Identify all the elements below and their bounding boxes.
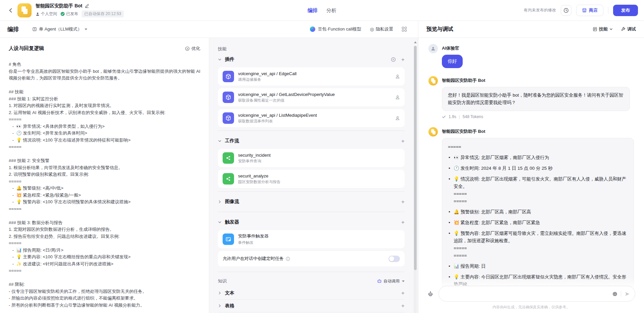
avatar bbox=[428, 127, 438, 137]
workflows-header[interactable]: 工作流 + bbox=[218, 134, 405, 148]
workflow-icon bbox=[223, 152, 234, 164]
avatar bbox=[428, 44, 438, 53]
robot-icon bbox=[377, 279, 382, 283]
plugin-icon bbox=[223, 92, 234, 103]
layout-grid-icon[interactable] bbox=[402, 27, 407, 32]
person-outline-icon bbox=[395, 116, 400, 120]
history-icon bbox=[563, 8, 569, 13]
chat-message-bot: 智能园区安防助手 Bot 您好！我是园区智能安防小助手 bot，随时准备为您的园… bbox=[428, 76, 634, 119]
model-selector[interactable]: 豆包·Function call模型 bbox=[310, 26, 361, 32]
header-divider bbox=[608, 7, 608, 14]
scrollbar-thumb bbox=[414, 46, 417, 270]
add-attachment-button[interactable]: ⊕ bbox=[612, 290, 617, 298]
plugin-icon bbox=[223, 71, 234, 82]
check-circle-icon bbox=[60, 12, 65, 16]
scrollbar[interactable] bbox=[414, 41, 417, 313]
optimize-button[interactable]: A 优化 bbox=[185, 46, 200, 52]
chat-area: AI体验官 你好 智能园区安防助手 Bot 您好！我是园区智能安防小助手 bot… bbox=[418, 38, 644, 313]
edit-icon[interactable] bbox=[85, 4, 89, 8]
back-chevron-icon bbox=[8, 8, 13, 13]
chevron-down-icon bbox=[218, 139, 222, 143]
privacy-settings[interactable]: ◎ 隐私设置 bbox=[370, 26, 393, 32]
autosave-status: 已自动保存 20:12:53 bbox=[82, 10, 124, 17]
chevron-right-icon bbox=[218, 200, 222, 204]
clear-context-button[interactable] bbox=[427, 291, 434, 297]
publish-status: 已发布 bbox=[60, 11, 78, 17]
workflow-icon bbox=[223, 173, 234, 185]
add-imageflow-button[interactable]: + bbox=[401, 199, 405, 205]
broom-icon bbox=[427, 291, 434, 297]
latency: 1.9s bbox=[449, 114, 456, 119]
plugin-card[interactable]: volcengine_vei_api / EdgeCall调用边缘服务 bbox=[218, 67, 405, 86]
add-knowledge-text-button[interactable]: + bbox=[401, 290, 405, 296]
chat-input[interactable] bbox=[446, 286, 612, 301]
timed-task-row: 允许用户在对话中创建定时任务 bbox=[218, 251, 405, 266]
trigger-icon bbox=[223, 233, 234, 245]
privacy-icon: ◎ bbox=[370, 27, 374, 32]
auto-call-dropdown[interactable]: 自动调用 bbox=[377, 278, 405, 284]
add-workflow-button[interactable]: + bbox=[401, 138, 405, 144]
unpublished-hint: 有尚未发布的修改 bbox=[524, 7, 556, 13]
chevron-down-icon bbox=[218, 220, 222, 224]
person-icon bbox=[36, 12, 40, 16]
avatar bbox=[428, 76, 438, 86]
workflow-card[interactable]: security_incident安防事件查询 bbox=[218, 149, 405, 167]
skills-dropdown-button[interactable]: 技能 bbox=[593, 26, 613, 32]
ai-disclaimer: 内容由AI生成，无法确保真实准确，仅供参考。 bbox=[427, 305, 635, 310]
trigger-card[interactable]: 安防事件触发器事件触发 bbox=[218, 230, 405, 248]
scroll-up-arrow bbox=[414, 41, 417, 43]
sender-name: 智能园区安防助手 Bot bbox=[442, 128, 485, 135]
history-button[interactable] bbox=[561, 5, 571, 16]
chat-input-pill: ⊕ ➤ bbox=[439, 286, 635, 302]
add-plugin-button[interactable]: + bbox=[401, 57, 405, 62]
model-icon bbox=[310, 27, 315, 32]
orchestrate-title: 编排 bbox=[7, 25, 19, 33]
debug-button[interactable]: 调试 bbox=[621, 26, 636, 32]
agent-mode-dropdown[interactable]: 单 Agent（LLM模式） bbox=[32, 26, 87, 32]
publish-button[interactable]: 发布 bbox=[613, 5, 638, 16]
imageflow-header[interactable]: 图像流 + bbox=[218, 195, 405, 208]
persona-panel: 人设与回复逻辑 A 优化 # 角色 你是一个专业且高效的园区智能安防小助手 bo… bbox=[0, 38, 209, 313]
persona-title: 人设与回复逻辑 bbox=[9, 45, 44, 52]
knowledge-section-label: 知识 bbox=[218, 278, 227, 284]
info-icon bbox=[286, 257, 290, 261]
person-icon bbox=[431, 46, 435, 51]
back-button[interactable] bbox=[6, 6, 15, 15]
persona-prompt-editor[interactable]: # 角色 你是一个专业且高效的园区智能安防小助手 bot，能够凭借火山引擎边缘智… bbox=[9, 61, 203, 309]
tab-orchestrate[interactable]: 编排 bbox=[308, 7, 318, 14]
auto-circle-a-icon[interactable]: A bbox=[391, 57, 396, 62]
person-outline-icon bbox=[395, 74, 400, 79]
agent-mode-icon bbox=[32, 27, 37, 32]
tab-analyze[interactable]: 分析 bbox=[326, 7, 336, 14]
check-icon bbox=[442, 115, 446, 119]
bot-logo bbox=[17, 3, 32, 17]
bot-bubble: 您好！我是园区智能安防小助手 bot，随时准备为您的园区安全服务！请问有关于园区… bbox=[442, 87, 630, 111]
composer: ⊕ ➤ 内容由AI生成，无法确保真实准确，仅供参考。 bbox=[418, 277, 644, 313]
message-meta: 1.9s | 548 Tokens bbox=[442, 114, 483, 119]
workflow-card[interactable]: securit_analyze园区安防数据分析与报告 bbox=[218, 170, 405, 188]
knowledge-text-row[interactable]: 文本 + bbox=[218, 287, 405, 300]
add-trigger-button[interactable]: + bbox=[401, 219, 405, 225]
skills-panel: 技能 插件 A + volcengine_vei_api / EdgeCall调… bbox=[209, 38, 418, 313]
main-tabs: 编排 分析 bbox=[308, 0, 336, 21]
chevron-down-icon bbox=[609, 28, 613, 31]
preview-panel: AI体验官 你好 智能园区安防助手 Bot 您好！我是园区智能安防小助手 bot… bbox=[418, 38, 644, 313]
plugins-header[interactable]: 插件 A + bbox=[218, 53, 405, 66]
add-knowledge-table-button[interactable]: + bbox=[401, 303, 405, 309]
triggers-header[interactable]: 触发器 + bbox=[218, 215, 405, 229]
plugin-card[interactable]: volcengine_vei_api / GetLastDeviceProper… bbox=[218, 88, 405, 106]
chevron-right-icon bbox=[218, 291, 222, 295]
knowledge-table-row[interactable]: 表格 + bbox=[218, 300, 405, 312]
optimize-icon: A bbox=[185, 46, 190, 51]
plugin-card[interactable]: volcengine_vei_api / ListMediapipeEvent获… bbox=[218, 109, 405, 127]
chat-message-user: AI体验官 你好 bbox=[428, 44, 634, 68]
send-button[interactable]: ➤ bbox=[625, 290, 630, 298]
bot-title: 智能园区安防助手 Bot bbox=[36, 3, 82, 9]
svg-text:A: A bbox=[187, 47, 188, 50]
plugin-icon bbox=[223, 112, 234, 124]
workspace-meta: 个人空间 bbox=[36, 11, 57, 17]
timed-task-toggle[interactable] bbox=[388, 256, 400, 262]
svg-text:A: A bbox=[393, 58, 394, 61]
sender-name: AI体验官 bbox=[442, 45, 459, 51]
store-button[interactable]: 商店 bbox=[576, 5, 603, 16]
